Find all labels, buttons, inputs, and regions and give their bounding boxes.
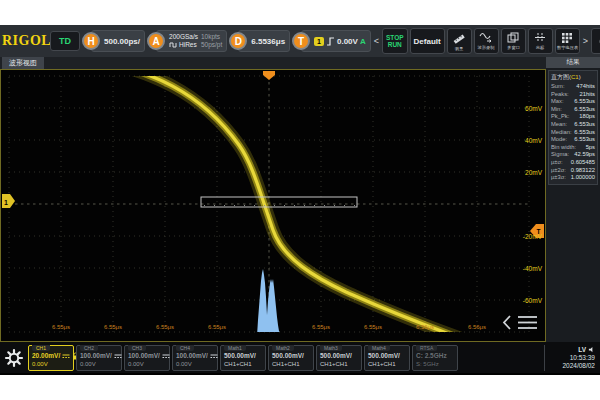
channel-tab: Math2: [272, 345, 294, 351]
toolbar-button-cursor[interactable]: 光标: [528, 28, 553, 54]
dc-coupling-icon: [114, 353, 122, 359]
sample-interval: 50ps/pt: [201, 41, 222, 49]
stat-label: Bin width:: [551, 144, 576, 152]
trigger-info[interactable]: 1 0.00V A: [301, 30, 371, 52]
cursor-icon: [534, 32, 546, 43]
channel-box-ch2[interactable]: CH2100.00mV/0.00V: [76, 345, 122, 371]
trigger-status-badge: TD: [50, 31, 80, 51]
channel-box-ch4[interactable]: CH4100.00mV/0.00V: [172, 345, 218, 371]
dc-coupling-icon: [62, 353, 70, 359]
stat-label: μ±2σ:: [551, 167, 566, 175]
stat-label: Max:: [551, 98, 564, 106]
trigger-sweep-mode: A: [360, 37, 366, 46]
stat-label: Mode:: [551, 136, 567, 144]
stat-value: 5ps: [586, 144, 595, 152]
stat-label: μ±σ:: [551, 159, 563, 167]
clock-date: 2024/08/02: [549, 362, 595, 370]
toolbar-button-dvm[interactable]: 数字电压表: [555, 28, 580, 54]
channel-scale: 500.00mV/: [224, 352, 262, 360]
histogram-trace: [257, 269, 284, 336]
histogram-stat-row: μ±3σ:1.000000: [551, 174, 595, 182]
stat-value: 0.605485: [571, 159, 595, 167]
expand-right-icon[interactable]: >: [582, 36, 589, 46]
rigol-logo: RIGOL: [2, 33, 48, 49]
waveform-view[interactable]: 1 T 6.55μs6.55μs6.55μs6.55μs6.55μs6.55μs…: [0, 69, 546, 342]
histogram-stat-row: μ±σ:0.605485: [551, 159, 595, 167]
channel-offset: S: 5GHz: [416, 360, 454, 368]
histogram-stat-row: Min:6.553us: [551, 106, 595, 114]
horizontal-scale-group: H 500.00ps/: [82, 30, 145, 52]
channel-box-ch3[interactable]: CH3100.00mV/0.00V: [124, 345, 170, 371]
horizontal-scale-knob[interactable]: H: [82, 32, 100, 50]
default-button[interactable]: Default: [410, 28, 445, 54]
memory-depth: 10kpts: [201, 33, 222, 41]
stat-label: Peaks:: [551, 91, 569, 99]
stat-label: Sum:: [551, 83, 565, 91]
channel-offset: 0.00V: [176, 360, 214, 368]
trigger-position-marker[interactable]: [263, 71, 275, 80]
channel-tab: CH2: [80, 345, 98, 351]
channel-bar: CH120.00mV/0.00VCH2100.00mV/0.00VCH3100.…: [0, 342, 600, 373]
histogram-stat-row: Median:6.553us: [551, 129, 595, 137]
histogram-stat-row: Sum:474hits: [551, 83, 595, 91]
channel-box-ch1[interactable]: CH120.00mV/0.00V: [28, 345, 74, 371]
toolbar-button-record[interactable]: 波形录制: [474, 28, 499, 54]
channel-offset: CH1+CH1: [272, 360, 310, 368]
ch1-trace: [86, 70, 471, 341]
hires-wave-icon: [169, 41, 178, 49]
sample-rate: 200GSa/s: [169, 33, 198, 41]
histogram-stat-row: Max:6.553us: [551, 98, 595, 106]
histogram-stat-row: Bin width:5ps: [551, 144, 595, 152]
channel-offset: 0.00V: [32, 360, 70, 368]
stat-value: 6.553us: [574, 106, 595, 114]
channel-box-math3[interactable]: Math3500.00mV/CH1+CH1: [316, 345, 362, 371]
channel-box-math4[interactable]: Math4500.00mV/CH1+CH1: [364, 345, 410, 371]
stat-value: 42.59ps: [574, 151, 595, 159]
x-axis-label: 6.56μs: [416, 324, 434, 330]
channel-scale: 100.00mV/: [128, 352, 166, 360]
toolbar-button-multi-window[interactable]: 多窗口: [501, 28, 526, 54]
trigger-group: T 1 0.00V A: [292, 30, 371, 52]
stat-label: Pk_Pk:: [551, 113, 569, 121]
menu-expand-icon[interactable]: [504, 316, 537, 329]
acquisition-info[interactable]: 200GSa/s HiRes 10kpts 50ps/pt: [156, 30, 227, 52]
collapse-left-icon[interactable]: <: [373, 36, 380, 46]
channel-tab: CH3: [128, 345, 146, 351]
trigger-knob[interactable]: T: [292, 32, 310, 50]
y-axis-label: -60mV: [523, 297, 543, 304]
run-stop-button[interactable]: STOP RUN: [382, 28, 408, 54]
stat-label: Sigma:: [551, 151, 569, 159]
y-axis-label: -40mV: [523, 265, 543, 272]
refresh-button[interactable]: [591, 28, 600, 54]
stat-label: μ±3σ:: [551, 174, 566, 182]
channel-scale: 500.00mV/: [320, 352, 358, 360]
x-axis-label: 6.55μs: [312, 324, 330, 330]
toolbar-button-measure[interactable]: 测量: [447, 28, 472, 54]
x-axis-label: 6.55μs: [52, 324, 70, 330]
oscilloscope-screen: RIGOL TD H 500.00ps/ A 200GSa/s HiRes 10…: [0, 25, 600, 375]
stat-value: 6.553us: [574, 121, 595, 129]
channel-tab: Math1: [224, 345, 246, 351]
stat-label: Median:: [551, 129, 572, 137]
stat-value: 6.553us: [574, 129, 595, 137]
dc-coupling-icon: [210, 353, 218, 359]
tab-waveform-view[interactable]: 波形视图: [2, 57, 44, 69]
channel-box-math1[interactable]: Math1500.00mV/CH1+CH1: [220, 345, 266, 371]
x-axis-label: 6.55μs: [208, 324, 226, 330]
stat-value: 1.000000: [571, 174, 595, 182]
channel-box-rtsa[interactable]: RTSAC: 2.5GHzS: 5GHz: [412, 345, 458, 371]
histogram-stat-row: Sigma:42.59ps: [551, 151, 595, 159]
channel-tab: CH1: [32, 345, 50, 351]
channel-offset: CH1+CH1: [368, 360, 406, 368]
acquisition-group: A 200GSa/s HiRes 10kpts 50ps/pt: [147, 30, 227, 52]
lv-label: LV: [578, 346, 586, 354]
x-axis-label: 6.55μs: [364, 324, 382, 330]
settings-gear-icon[interactable]: [2, 348, 26, 368]
channel-box-math2[interactable]: Math2500.00mV/CH1+CH1: [268, 345, 314, 371]
speaker-icon: [588, 346, 595, 353]
histogram-result-card[interactable]: 直方图(C1) Sum:474hitsPeaks:21hitsMax:6.553…: [548, 70, 598, 185]
run-stop-line2: RUN: [388, 41, 402, 48]
ch1-offset-marker[interactable]: 1: [2, 194, 15, 208]
x-axis-label: 6.56μs: [468, 324, 486, 330]
acquisition-knob[interactable]: A: [147, 32, 165, 50]
